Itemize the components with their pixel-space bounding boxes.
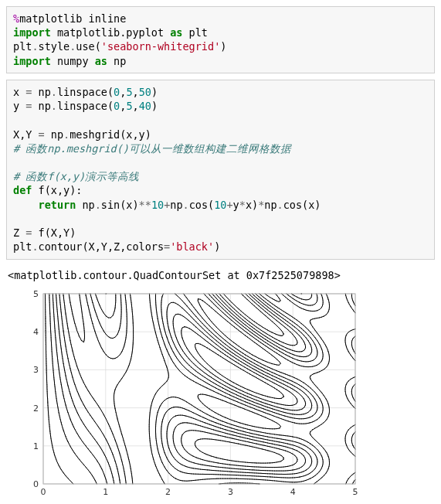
kw-as: as — [95, 55, 107, 67]
kw-import: import — [13, 55, 51, 67]
svg-text:3: 3 — [228, 487, 233, 497]
svg-text:1: 1 — [33, 441, 39, 451]
kw-import: import — [13, 26, 51, 39]
module-name: numpy — [51, 55, 95, 67]
svg-text:4: 4 — [33, 327, 39, 337]
magic-prefix: % — [13, 12, 19, 25]
svg-text:2: 2 — [165, 487, 171, 497]
svg-text:5: 5 — [353, 487, 358, 497]
plot-svg: 012345012345 — [14, 288, 361, 501]
kw-as: as — [170, 26, 182, 39]
svg-text:0: 0 — [41, 487, 46, 497]
string-literal: 'seaborn-whitegrid' — [101, 40, 220, 53]
svg-text:3: 3 — [33, 365, 39, 375]
comment: # 函数f(x,y)演示等高线 — [13, 170, 139, 182]
svg-rect-0 — [43, 294, 355, 484]
output-repr: <matplotlib.contour.QuadContourSet at 0x… — [6, 266, 435, 288]
svg-text:5: 5 — [33, 289, 39, 299]
string-literal: 'black' — [170, 240, 214, 253]
comment: # 函数np.meshgrid()可以从一维数组构建二维网格数据 — [13, 142, 291, 155]
svg-text:2: 2 — [33, 403, 39, 413]
magic-text: matplotlib inline — [19, 12, 126, 25]
svg-text:0: 0 — [33, 479, 39, 489]
contour-plot: 012345012345 — [14, 288, 361, 501]
alias: np — [107, 55, 126, 67]
alias: plt — [182, 26, 208, 39]
func-name: f(x,y): — [32, 184, 82, 196]
code-cell-2: x = np.linspace(0,5,50) y = np.linspace(… — [6, 80, 435, 260]
code-cell-1: %matplotlib inline import matplotlib.pyp… — [6, 6, 435, 73]
obj: plt — [13, 40, 32, 53]
kw-return: return — [39, 199, 76, 211]
module-name: matplotlib.pyplot — [51, 26, 170, 39]
svg-text:1: 1 — [103, 487, 108, 497]
svg-text:4: 4 — [290, 487, 296, 497]
kw-def: def — [13, 184, 32, 196]
